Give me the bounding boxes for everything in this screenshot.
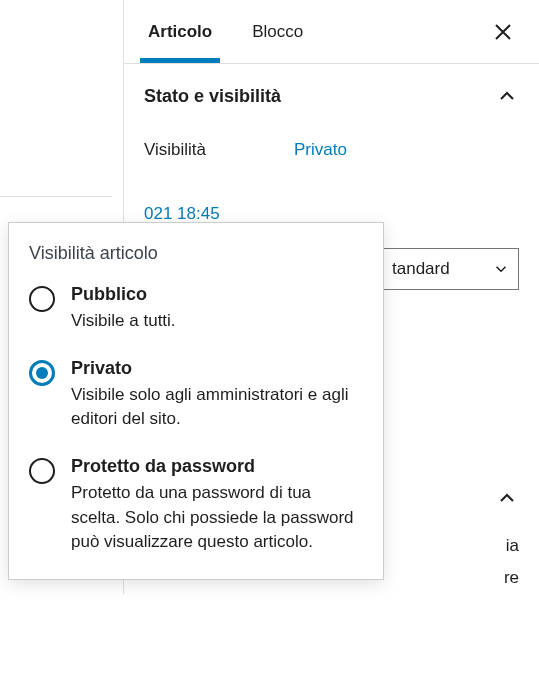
visibility-option-private[interactable]: Privato Visibile solo agli amministrator… (29, 358, 363, 432)
visibility-popover: Visibilità articolo Pubblico Visibile a … (8, 222, 384, 580)
chevron-up-icon (495, 84, 519, 108)
option-description: Protetto da una password di tua scelta. … (71, 481, 363, 555)
sidebar-tabs: Articolo Blocco (124, 0, 539, 64)
visibility-option-password[interactable]: Protetto da password Protetto da una pas… (29, 456, 363, 555)
option-label: Protetto da password (71, 456, 363, 477)
post-format-select[interactable]: tandard (379, 248, 519, 290)
close-sidebar-button[interactable] (483, 12, 523, 52)
radio-icon (29, 286, 55, 312)
radio-icon (29, 360, 55, 386)
visibility-label: Visibilità (144, 140, 294, 160)
tab-block[interactable]: Blocco (244, 2, 311, 62)
status-visibility-panel-body: Visibilità Privato (124, 128, 539, 192)
tab-article[interactable]: Articolo (140, 2, 220, 62)
visibility-option-public[interactable]: Pubblico Visibile a tutti. (29, 284, 363, 334)
option-label: Pubblico (71, 284, 363, 305)
visibility-row: Visibilità Privato (144, 128, 519, 172)
status-visibility-panel-toggle[interactable]: Stato e visibilità (124, 64, 539, 128)
close-icon (493, 22, 513, 42)
chevron-up-icon (495, 486, 519, 510)
chevron-down-icon (492, 260, 510, 278)
option-description: Visibile a tutti. (71, 309, 363, 334)
option-description: Visibile solo agli amministratori e agli… (71, 383, 363, 432)
popover-title: Visibilità articolo (29, 243, 363, 264)
visibility-value-button[interactable]: Privato (294, 140, 347, 160)
post-format-value: tandard (392, 259, 450, 278)
option-label: Privato (71, 358, 363, 379)
radio-icon (29, 458, 55, 484)
panel-title: Stato e visibilità (144, 86, 281, 107)
